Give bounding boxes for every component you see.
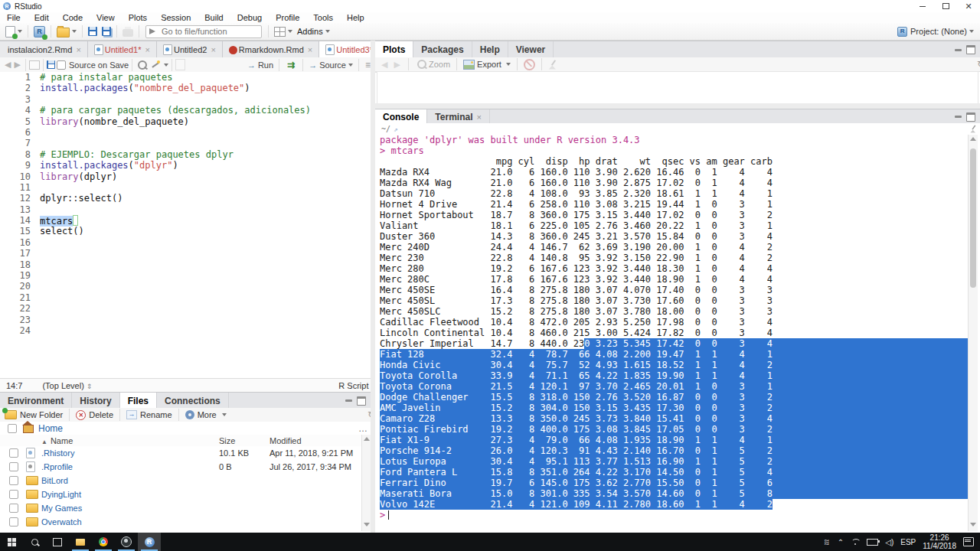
menu-help[interactable]: Help <box>340 12 371 23</box>
breadcrumb-home[interactable]: Home <box>38 423 63 434</box>
menu-debug[interactable]: Debug <box>230 12 269 23</box>
minimize-pane-icon[interactable] <box>955 49 962 51</box>
tab-plots[interactable]: Plots <box>375 41 413 58</box>
new-file-button[interactable] <box>3 24 24 38</box>
zoom-plot-button[interactable]: Zoom <box>415 60 450 69</box>
minimize-pane-icon[interactable] <box>955 116 962 118</box>
addins-button[interactable]: Addins <box>295 24 332 38</box>
close-icon[interactable]: × <box>211 45 215 54</box>
delete-button[interactable]: Delete <box>89 410 113 419</box>
obs-button[interactable] <box>115 533 138 551</box>
project-selector[interactable]: R Project: (None) <box>897 27 974 37</box>
file-row[interactable]: DyingLight <box>0 487 361 501</box>
close-button[interactable]: ✕ <box>957 0 980 12</box>
new-folder-button[interactable]: New Folder <box>20 410 63 419</box>
file-checkbox[interactable] <box>9 448 18 458</box>
clear-console-icon[interactable] <box>969 125 977 132</box>
editor-tab-Untitled1[interactable]: Untitled1*× <box>88 41 157 58</box>
tab-viewer[interactable]: Viewer <box>508 41 554 58</box>
file-name[interactable]: BitLord <box>41 476 219 485</box>
minimize-pane-icon[interactable] <box>345 399 352 402</box>
code-tools-icon[interactable] <box>151 60 160 70</box>
editor-tab-instalacion2.Rmd[interactable]: instalacion2.Rmd× <box>0 41 88 58</box>
code-editor[interactable]: 1# para instalar paquetes2install.packag… <box>0 72 371 378</box>
open-in-window-icon[interactable] <box>29 60 40 70</box>
maximize-button[interactable] <box>934 0 957 12</box>
breadcrumb-more[interactable]: … <box>358 423 368 434</box>
file-row[interactable]: .Rhistory10.1 KBApr 11, 2018, 9:21 PM <box>0 446 361 460</box>
tab-connections[interactable]: Connections <box>157 393 229 409</box>
clear-plots-icon[interactable] <box>548 60 558 70</box>
notification-center-icon[interactable] <box>963 537 974 546</box>
wifi-icon[interactable] <box>851 539 860 546</box>
tray-expand-icon[interactable]: ⌃ <box>838 538 844 546</box>
file-checkbox[interactable] <box>9 504 18 513</box>
maximize-pane-icon[interactable] <box>357 396 366 406</box>
menu-view[interactable]: View <box>90 12 122 23</box>
console-scrollbar[interactable] <box>968 135 978 531</box>
save-all-button[interactable] <box>100 24 113 38</box>
close-icon[interactable]: × <box>476 112 481 122</box>
scrollbar-thumb[interactable] <box>970 148 976 288</box>
menu-build[interactable]: Build <box>198 12 230 23</box>
save-icon[interactable] <box>47 60 55 69</box>
compile-notebook-icon[interactable] <box>175 59 185 70</box>
menu-edit[interactable]: Edit <box>28 12 56 23</box>
menu-plots[interactable]: Plots <box>122 12 154 23</box>
scroll-down-icon[interactable] <box>970 523 976 527</box>
source-button[interactable]: →Source <box>306 58 355 72</box>
file-row[interactable]: My Games <box>0 501 361 515</box>
pane-layout-button[interactable] <box>272 24 295 38</box>
goto-file-search[interactable] <box>145 25 262 38</box>
refresh-icon[interactable]: ↻ <box>977 59 980 70</box>
column-modified[interactable]: Modified <box>270 436 361 445</box>
horizontal-splitter[interactable] <box>375 103 980 109</box>
editor-tab-Untitled2[interactable]: Untitled2× <box>157 41 223 58</box>
menu-file[interactable]: File <box>0 12 28 23</box>
close-icon[interactable]: × <box>308 45 312 54</box>
file-row[interactable]: BitLord <box>0 474 361 487</box>
editor-tab-Rmarkdown.Rmd[interactable]: Rmarkdown.Rmd× <box>223 41 319 58</box>
tab-files[interactable]: Files <box>120 393 157 409</box>
maximize-pane-icon[interactable] <box>966 112 975 122</box>
volume-icon[interactable]: ◁) <box>885 538 893 546</box>
select-all-checkbox[interactable] <box>8 424 17 433</box>
menu-code[interactable]: Code <box>56 12 90 23</box>
close-icon[interactable]: × <box>76 45 80 54</box>
next-plot-icon[interactable]: ▶ <box>392 60 401 70</box>
goto-file-input[interactable] <box>160 26 255 37</box>
open-file-button[interactable] <box>54 24 79 38</box>
file-checkbox[interactable] <box>9 517 18 527</box>
forward-icon[interactable]: ▶ <box>12 60 21 70</box>
export-plot-button[interactable]: Export <box>463 60 511 70</box>
file-name[interactable]: .Rhistory <box>41 448 219 458</box>
taskbar-search-button[interactable] <box>23 533 46 551</box>
rename-button[interactable]: Rename <box>140 410 172 419</box>
tab-environment[interactable]: Environment <box>0 393 72 409</box>
print-button[interactable] <box>120 24 136 38</box>
column-name[interactable]: ▲Name <box>41 436 219 445</box>
file-row[interactable]: Overwatch <box>0 515 361 529</box>
people-icon[interactable]: ꍞ <box>823 538 831 546</box>
source-on-save-checkbox[interactable] <box>57 60 66 70</box>
scroll-up-icon[interactable] <box>364 437 370 441</box>
start-button[interactable] <box>0 533 23 551</box>
file-row[interactable]: .Rprofile0 BJul 26, 2017, 9:34 PM <box>0 460 361 474</box>
rstudio-taskbar-button[interactable]: R <box>138 533 161 551</box>
console-output[interactable]: package 'dplyr' was built under R versio… <box>375 135 968 531</box>
file-name[interactable]: DyingLight <box>41 490 219 499</box>
rerun-icon[interactable]: ⇉ <box>283 60 299 70</box>
menu-session[interactable]: Session <box>154 12 198 23</box>
more-button[interactable]: More <box>198 410 217 419</box>
menu-profile[interactable]: Profile <box>269 12 306 23</box>
language-indicator[interactable]: ESP <box>900 538 916 546</box>
back-icon[interactable]: ◀ <box>3 60 12 70</box>
tab-console[interactable]: Console <box>375 109 427 124</box>
save-button[interactable] <box>86 24 100 38</box>
previous-plot-icon[interactable]: ◀ <box>380 60 389 70</box>
tab-history[interactable]: History <box>72 393 119 409</box>
remove-plot-icon[interactable] <box>524 59 535 70</box>
minimize-button[interactable] <box>911 0 934 12</box>
file-checkbox[interactable] <box>9 476 18 485</box>
task-view-button[interactable] <box>46 533 69 551</box>
